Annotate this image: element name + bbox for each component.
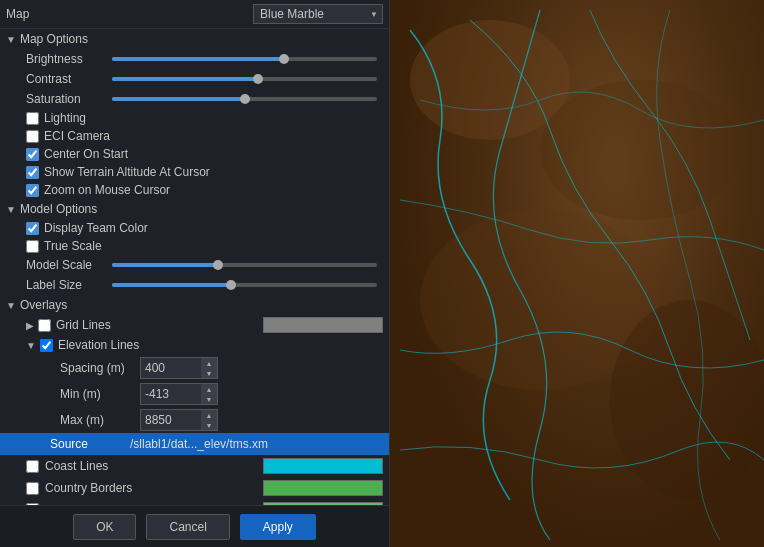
map-options-header[interactable]: ▼ Map Options bbox=[0, 29, 389, 49]
model-options-header[interactable]: ▼ Model Options bbox=[0, 199, 389, 219]
overlays-arrow: ▼ bbox=[6, 300, 16, 311]
lighting-checkbox[interactable] bbox=[26, 112, 39, 125]
coast-lines-checkbox[interactable] bbox=[26, 460, 39, 473]
map-background bbox=[390, 0, 764, 547]
display-team-color-label: Display Team Color bbox=[44, 221, 148, 235]
max-down-btn[interactable]: ▼ bbox=[201, 420, 217, 430]
spacing-up-btn[interactable]: ▲ bbox=[201, 358, 217, 368]
display-team-color-row[interactable]: Display Team Color bbox=[0, 219, 389, 237]
spacing-btns: ▲ ▼ bbox=[201, 358, 217, 378]
country-borders-color[interactable] bbox=[263, 480, 383, 496]
show-terrain-row[interactable]: Show Terrain Altitude At Cursor bbox=[0, 163, 389, 181]
max-up-btn[interactable]: ▲ bbox=[201, 410, 217, 420]
map-dropdown-wrapper[interactable]: Blue Marble OpenStreetMap Satellite bbox=[253, 4, 383, 24]
brightness-slider[interactable] bbox=[112, 57, 377, 61]
elevation-lines-row[interactable]: ▼ Elevation Lines bbox=[0, 335, 389, 355]
overlays-header[interactable]: ▼ Overlays bbox=[0, 295, 389, 315]
elevation-lines-checkbox[interactable] bbox=[40, 339, 53, 352]
min-input[interactable] bbox=[141, 386, 201, 402]
apply-button[interactable]: Apply bbox=[240, 514, 316, 540]
map-options-arrow: ▼ bbox=[6, 34, 16, 45]
country-borders-row[interactable]: Country Borders bbox=[0, 477, 389, 499]
eci-camera-label: ECI Camera bbox=[44, 129, 110, 143]
brightness-label: Brightness bbox=[26, 52, 106, 66]
coast-lines-row[interactable]: Coast Lines bbox=[0, 455, 389, 477]
grid-lines-color[interactable] bbox=[263, 317, 383, 333]
model-scale-slider[interactable] bbox=[112, 263, 377, 267]
coast-lines-color[interactable] bbox=[263, 458, 383, 474]
lighting-row[interactable]: Lighting bbox=[0, 109, 389, 127]
center-on-start-row[interactable]: Center On Start bbox=[0, 145, 389, 163]
contrast-row: Contrast bbox=[0, 69, 389, 89]
map-options-label: Map Options bbox=[20, 32, 88, 46]
grid-lines-checkbox[interactable] bbox=[38, 319, 51, 332]
zoom-mouse-checkbox[interactable] bbox=[26, 184, 39, 197]
spacing-input[interactable] bbox=[141, 360, 201, 376]
top-row: Map Blue Marble OpenStreetMap Satellite bbox=[0, 0, 389, 29]
map-svg bbox=[390, 0, 764, 547]
coast-lines-label: Coast Lines bbox=[45, 459, 263, 473]
country-borders-label: Country Borders bbox=[45, 481, 263, 495]
contrast-thumb[interactable] bbox=[253, 74, 263, 84]
country-borders-checkbox[interactable] bbox=[26, 482, 39, 495]
saturation-slider[interactable] bbox=[112, 97, 377, 101]
model-scale-row: Model Scale bbox=[0, 255, 389, 275]
saturation-fill bbox=[112, 97, 245, 101]
svg-point-1 bbox=[540, 80, 740, 220]
max-btns: ▲ ▼ bbox=[201, 410, 217, 430]
map-label: Map bbox=[6, 7, 29, 21]
true-scale-label: True Scale bbox=[44, 239, 102, 253]
cancel-button[interactable]: Cancel bbox=[146, 514, 229, 540]
label-size-thumb[interactable] bbox=[226, 280, 236, 290]
map-dropdown[interactable]: Blue Marble OpenStreetMap Satellite bbox=[253, 4, 383, 24]
spacing-spinbox[interactable]: ▲ ▼ bbox=[140, 357, 218, 379]
model-scale-label: Model Scale bbox=[26, 258, 106, 272]
grid-lines-row[interactable]: ▶ Grid Lines bbox=[0, 315, 389, 335]
saturation-label: Saturation bbox=[26, 92, 106, 106]
grid-lines-label: Grid Lines bbox=[56, 318, 263, 332]
ok-button[interactable]: OK bbox=[73, 514, 136, 540]
show-terrain-checkbox[interactable] bbox=[26, 166, 39, 179]
elevation-lines-label: Elevation Lines bbox=[58, 338, 383, 352]
left-panel: Map Blue Marble OpenStreetMap Satellite … bbox=[0, 0, 390, 547]
model-scale-thumb[interactable] bbox=[213, 260, 223, 270]
spacing-label: Spacing (m) bbox=[60, 361, 140, 375]
max-input[interactable] bbox=[141, 412, 201, 428]
min-btns: ▲ ▼ bbox=[201, 384, 217, 404]
center-on-start-checkbox[interactable] bbox=[26, 148, 39, 161]
elevation-lines-arrow[interactable]: ▼ bbox=[26, 340, 36, 351]
label-size-slider[interactable] bbox=[112, 283, 377, 287]
model-scale-fill bbox=[112, 263, 218, 267]
source-row[interactable]: Source /sllabl1/dat..._elev/tms.xm bbox=[0, 433, 389, 455]
true-scale-row[interactable]: True Scale bbox=[0, 237, 389, 255]
label-size-fill bbox=[112, 283, 231, 287]
true-scale-checkbox[interactable] bbox=[26, 240, 39, 253]
model-options-label: Model Options bbox=[20, 202, 97, 216]
display-team-color-checkbox[interactable] bbox=[26, 222, 39, 235]
contrast-slider[interactable] bbox=[112, 77, 377, 81]
min-up-btn[interactable]: ▲ bbox=[201, 384, 217, 394]
overlays-label: Overlays bbox=[20, 298, 67, 312]
brightness-fill bbox=[112, 57, 284, 61]
show-terrain-label: Show Terrain Altitude At Cursor bbox=[44, 165, 210, 179]
eci-camera-row[interactable]: ECI Camera bbox=[0, 127, 389, 145]
lighting-label: Lighting bbox=[44, 111, 86, 125]
min-row: Min (m) ▲ ▼ bbox=[0, 381, 389, 407]
source-value: /sllabl1/dat..._elev/tms.xm bbox=[130, 437, 268, 451]
zoom-mouse-row[interactable]: Zoom on Mouse Cursor bbox=[0, 181, 389, 199]
eci-camera-checkbox[interactable] bbox=[26, 130, 39, 143]
saturation-thumb[interactable] bbox=[240, 94, 250, 104]
label-size-label: Label Size bbox=[26, 278, 106, 292]
spacing-down-btn[interactable]: ▼ bbox=[201, 368, 217, 378]
settings-scroll[interactable]: ▼ Map Options Brightness Contrast Satura… bbox=[0, 29, 389, 505]
grid-lines-arrow[interactable]: ▶ bbox=[26, 320, 34, 331]
brightness-thumb[interactable] bbox=[279, 54, 289, 64]
max-label: Max (m) bbox=[60, 413, 140, 427]
max-spinbox[interactable]: ▲ ▼ bbox=[140, 409, 218, 431]
source-label: Source bbox=[50, 437, 130, 451]
saturation-row: Saturation bbox=[0, 89, 389, 109]
min-down-btn[interactable]: ▼ bbox=[201, 394, 217, 404]
bottom-bar: OK Cancel Apply bbox=[0, 505, 389, 547]
min-spinbox[interactable]: ▲ ▼ bbox=[140, 383, 218, 405]
label-size-row: Label Size bbox=[0, 275, 389, 295]
